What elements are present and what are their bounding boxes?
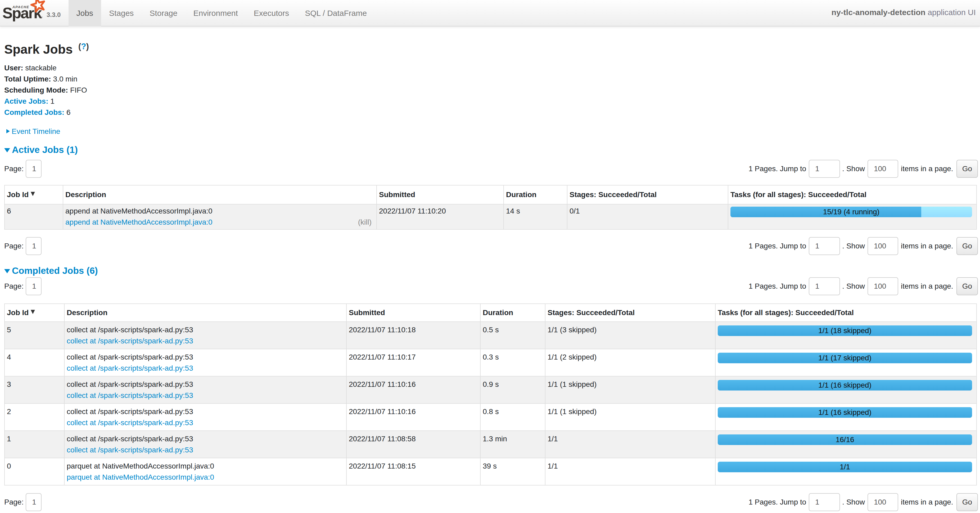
svg-text:TM: TM: [40, 16, 43, 18]
